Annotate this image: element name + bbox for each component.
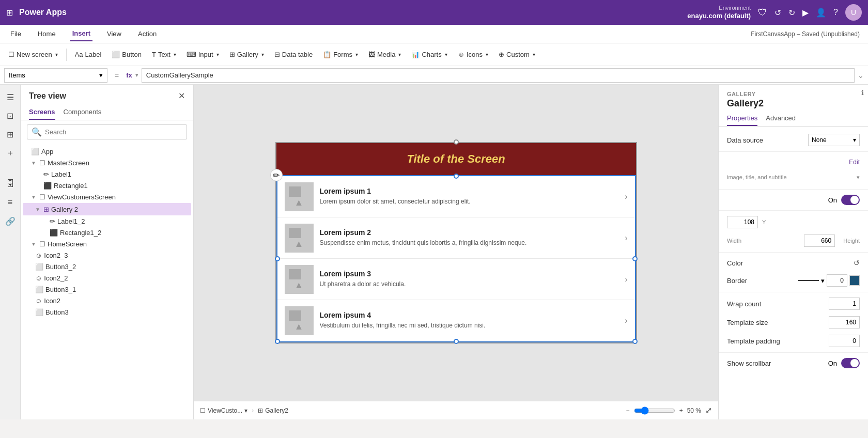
- tree-item-button3[interactable]: ⬜ Button3: [23, 307, 191, 318]
- rp-sublabel: image, title, and subtitle: [727, 174, 787, 180]
- input-button[interactable]: ⌨ Input: [182, 49, 223, 60]
- tree-item-icon2-3[interactable]: ☺ Icon2_3: [23, 250, 191, 261]
- sidebar-icon-connect[interactable]: 🔗: [2, 213, 19, 229]
- gallery-item-title-4: Lorem ipsum 4: [320, 311, 619, 319]
- tree-item-gallery2[interactable]: ▼ ⊞ Gallery 2 ···: [23, 203, 191, 215]
- icon-icon-3: ☺: [35, 297, 42, 305]
- formula-input[interactable]: [142, 68, 855, 83]
- rp-templatesize-input[interactable]: [829, 316, 860, 328]
- sidebar-icon-hamburger[interactable]: ☰: [2, 89, 19, 105]
- help-icon[interactable]: ?: [833, 8, 838, 17]
- env-label: Environment: [687, 4, 751, 11]
- gallery-item-2[interactable]: Lorem ipsum 2 Suspendisse enim metus, ti…: [277, 217, 635, 259]
- rp-x-input[interactable]: [727, 216, 758, 228]
- media-button[interactable]: 🖼 Media: [364, 49, 405, 60]
- menu-insert[interactable]: Insert: [70, 26, 92, 41]
- info-icon[interactable]: ℹ: [857, 85, 868, 101]
- menu-view[interactable]: View: [105, 27, 123, 41]
- selection-handle-top[interactable]: [454, 174, 459, 179]
- sidebar-icon-variables[interactable]: ≡: [2, 194, 19, 211]
- grid-icon[interactable]: ⊞: [6, 8, 13, 18]
- tree-item-app[interactable]: ⬜ App: [23, 146, 191, 157]
- env-info: Environment enayu.com (default): [687, 4, 751, 20]
- rp-datasource-dropdown[interactable]: None ▾: [808, 134, 860, 146]
- rp-wrapcount-input[interactable]: [829, 298, 860, 310]
- tab-screens[interactable]: Screens: [29, 105, 55, 120]
- zoom-fit-icon[interactable]: ⤢: [705, 405, 712, 415]
- menu-home[interactable]: Home: [36, 27, 58, 41]
- rp-tab-advanced[interactable]: Advanced: [766, 111, 796, 126]
- forms-button[interactable]: 📋 Forms: [319, 49, 362, 60]
- canvas-content[interactable]: Title of the Screen ✏ Lorem ipsum 1: [194, 85, 718, 401]
- zoom-slider[interactable]: [634, 406, 675, 415]
- sidebar-icon-plus[interactable]: ＋: [2, 145, 19, 161]
- play-icon[interactable]: ▶: [802, 8, 809, 18]
- rp-toggle-scrollbar[interactable]: [841, 358, 860, 368]
- rp-templatepadding-input[interactable]: [829, 335, 860, 347]
- tree-item-masterscreen[interactable]: ▼ ☐ MasterScreen: [23, 158, 191, 168]
- custom-button[interactable]: ⊕ Custom: [494, 49, 539, 60]
- charts-button[interactable]: 📊 Charts: [407, 49, 451, 60]
- text-button[interactable]: T Text: [148, 49, 180, 60]
- zoom-value: 50 %: [687, 407, 701, 414]
- avatar[interactable]: U: [845, 4, 862, 21]
- sidebar-icon-components[interactable]: ⊞: [2, 126, 19, 143]
- tree-item-label: Label1: [51, 170, 187, 178]
- selection-handle-bottom-right[interactable]: [632, 339, 638, 344]
- canvas-frame[interactable]: Title of the Screen ✏ Lorem ipsum 1: [275, 142, 637, 343]
- rp-edit-link[interactable]: Edit: [849, 159, 860, 166]
- gallery-item[interactable]: Lorem ipsum 1 Lorem ipsum dolor sit amet…: [277, 176, 635, 217]
- tree-item-rectangle1[interactable]: ⬛ Rectangle1: [23, 180, 191, 191]
- person-icon[interactable]: 👤: [816, 8, 826, 18]
- gallery-item-4[interactable]: Lorem ipsum 4 Vestibulum dui felis, frin…: [277, 300, 635, 341]
- label-button[interactable]: Aa Label: [71, 49, 106, 60]
- selection-handle-bottom-left[interactable]: [275, 339, 280, 344]
- zoom-in-icon[interactable]: +: [679, 407, 683, 414]
- rp-tab-properties[interactable]: Properties: [727, 111, 757, 126]
- button-button[interactable]: ⬜ Button: [107, 49, 146, 60]
- chevron-down-icon: ▼: [31, 194, 37, 200]
- rp-tabs: Properties Advanced: [719, 111, 868, 127]
- tree-item-rectangle1-2[interactable]: ⬛ Rectangle1_2: [23, 227, 191, 238]
- tree-item-button3-1[interactable]: ⬜ Button3_1: [23, 284, 191, 295]
- frame-handle-top[interactable]: [454, 139, 459, 145]
- edit-pencil-icon[interactable]: ✏: [270, 169, 283, 181]
- border-color-swatch[interactable]: [849, 275, 860, 286]
- selection-handle-left[interactable]: [275, 256, 280, 261]
- tree-item-homescreen[interactable]: ▼ ☐ HomeScreen: [23, 239, 191, 249]
- rp-border-width-input[interactable]: [827, 274, 847, 287]
- rp-width-input[interactable]: [804, 234, 835, 247]
- tab-components[interactable]: Components: [64, 105, 102, 120]
- gallery-button[interactable]: ⊞ Gallery: [225, 49, 268, 60]
- border-style-indicator: [798, 280, 819, 281]
- redo-icon[interactable]: ↻: [788, 8, 795, 18]
- breadcrumb-screen[interactable]: ☐ ViewCusto... ▾: [200, 407, 247, 414]
- menu-file[interactable]: File: [8, 27, 23, 41]
- rp-toggle-1[interactable]: [841, 195, 860, 205]
- new-screen-button[interactable]: ☐ New screen: [4, 49, 62, 60]
- tree-item-button3-2[interactable]: ⬜ Button3_2: [23, 261, 191, 272]
- data-table-button[interactable]: ⊟ Data table: [270, 49, 317, 60]
- breadcrumb-gallery[interactable]: ⊞ Gallery2: [258, 407, 288, 414]
- icons-button[interactable]: ☺ Icons: [454, 49, 492, 60]
- selection-handle-right[interactable]: [632, 256, 638, 261]
- tree-search-input[interactable]: [45, 128, 182, 136]
- tree-item-icon2[interactable]: ☺ Icon2: [23, 295, 191, 306]
- tree-close-button[interactable]: ✕: [178, 91, 185, 101]
- tree-item-label1[interactable]: ✏ Label1: [23, 169, 191, 180]
- breadcrumb-dropdown-icon[interactable]: ▾: [244, 407, 247, 414]
- tree-item-label1-2[interactable]: ✏ Label1_2: [23, 216, 191, 227]
- menu-action[interactable]: Action: [136, 27, 159, 41]
- rp-refresh-icon[interactable]: ↺: [854, 259, 860, 267]
- formula-dropdown[interactable]: Items ▾: [4, 68, 107, 83]
- rp-border-label: Border: [727, 277, 794, 285]
- gallery-item-3[interactable]: Lorem ipsum 3 Ut pharetra a dolor ac veh…: [277, 259, 635, 300]
- tree-item-icon2-2[interactable]: ☺ Icon2_2: [23, 273, 191, 284]
- tree-item-viewcustomers[interactable]: ▼ ☐ ViewCustomersScreen: [23, 192, 191, 202]
- zoom-out-icon[interactable]: −: [626, 407, 630, 414]
- selection-handle-bottom[interactable]: [454, 339, 459, 344]
- undo-icon[interactable]: ↺: [774, 8, 781, 18]
- sidebar-icon-screens[interactable]: ⊡: [2, 107, 19, 124]
- sidebar-icon-data[interactable]: 🗄: [2, 176, 19, 192]
- formula-expand-icon[interactable]: ⌄: [858, 71, 864, 80]
